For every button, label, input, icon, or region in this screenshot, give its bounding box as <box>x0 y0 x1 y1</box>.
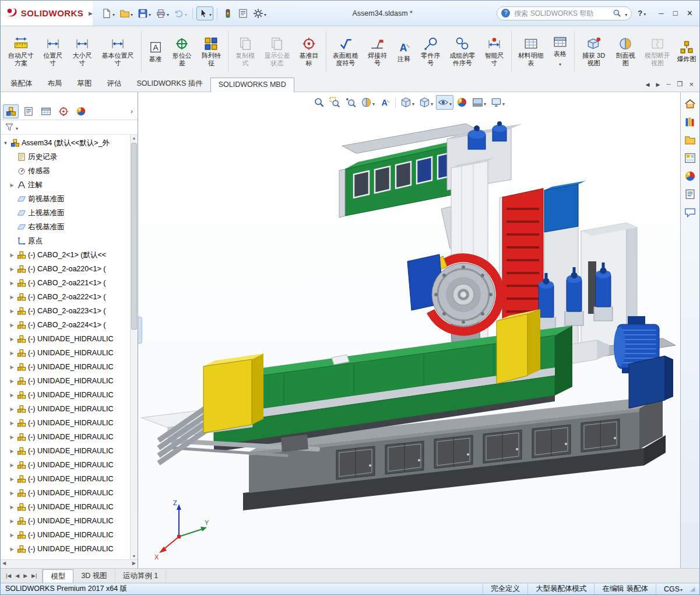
tab-layout[interactable]: 布局 <box>40 76 70 92</box>
ribbon-button-geometric-tolerance[interactable]: 形位公差 <box>168 28 196 75</box>
appearances-scenes-button[interactable] <box>684 170 696 182</box>
tab-dimxpert-manager[interactable] <box>55 104 71 118</box>
expand-arrow-icon[interactable] <box>9 365 15 370</box>
expand-arrow-icon[interactable] <box>9 547 15 552</box>
tab-model[interactable]: 模型 <box>43 569 73 583</box>
tree-vertical-scrollbar[interactable] <box>130 135 138 559</box>
tab-evaluate[interactable]: 评估 <box>100 76 129 92</box>
resize-grip-icon[interactable] <box>690 585 699 593</box>
graphics-area[interactable]: Z Y X <box>138 92 680 568</box>
ribbon-button-size-dimension[interactable]: 大小尺寸 <box>68 28 96 75</box>
ribbon-button-pattern-feature[interactable]: 阵列特征 <box>197 28 226 75</box>
tree-item-component[interactable]: (-) UNIDADE_HIDRAULIC <box>1 360 138 374</box>
close-button[interactable] <box>687 8 692 19</box>
new-document-button[interactable] <box>100 6 117 20</box>
select-button[interactable] <box>196 6 213 20</box>
edit-appearance-button[interactable] <box>455 95 469 110</box>
tree-item-component[interactable]: (-) UNIDADE_HIDRAULIC <box>1 346 138 360</box>
expand-arrow-icon[interactable] <box>9 295 15 300</box>
tree-item-component[interactable]: (-) CABO_2<1> (默认<< <box>1 248 138 262</box>
search-input[interactable] <box>513 9 610 18</box>
tab-solidworks-mbd[interactable]: SOLIDWORKS MBD <box>210 78 294 92</box>
tree-item-annotations[interactable]: 注解 <box>1 178 138 192</box>
previous-view-button[interactable] <box>343 95 358 110</box>
ribbon-button-datum-target[interactable]: 基准目标 <box>294 28 323 75</box>
tab-scroll-left-icon[interactable] <box>646 81 650 88</box>
file-explorer-button[interactable] <box>684 134 696 146</box>
zoom-fit-button[interactable] <box>312 95 326 110</box>
display-style-button[interactable] <box>417 95 435 110</box>
tree-item-component[interactable]: (-) UNIDADE_HIDRAULIC <box>1 402 138 416</box>
filter-funnel-icon[interactable] <box>5 123 14 132</box>
save-button[interactable] <box>136 6 153 20</box>
expand-arrow-icon[interactable] <box>9 477 15 482</box>
expand-arrow-icon[interactable] <box>9 267 15 272</box>
tree-root-item[interactable]: Assem34 (默认<<默认>_外 <box>1 136 138 150</box>
unit-system-selector[interactable]: CGS <box>656 583 690 594</box>
expand-arrow-icon[interactable] <box>9 351 15 356</box>
doc-minimize-icon[interactable] <box>666 81 670 88</box>
tree-item-right-plane[interactable]: 右视基准面 <box>1 220 138 234</box>
tree-item-component[interactable]: (-) CABO_2-oa220<1> ( <box>1 262 138 276</box>
expand-arrow-icon[interactable] <box>9 337 15 342</box>
tree-item-component[interactable]: (-) CABO_2-oa222<1> ( <box>1 290 138 304</box>
tree-item-component[interactable]: (-) UNIDADE_HIDRAULIC <box>1 388 138 402</box>
maximize-button[interactable] <box>673 9 678 18</box>
rebuild-button[interactable] <box>221 6 235 20</box>
ribbon-button-capture-3d-view[interactable]: 捕获 3D 视图 <box>577 28 611 75</box>
tree-item-component[interactable]: (-) UNIDADE_HIDRAULIC <box>1 374 138 388</box>
expand-arrow-icon[interactable] <box>9 505 15 510</box>
tree-item-front-plane[interactable]: 前视基准面 <box>1 192 138 206</box>
ribbon-button-model-break-view[interactable]: 模型断开视图 <box>641 28 674 75</box>
search-icon[interactable] <box>613 9 621 18</box>
scroll-down-icon[interactable] <box>131 554 138 558</box>
collapse-arrow-icon[interactable] <box>2 141 9 146</box>
tab-assembly[interactable]: 装配体 <box>3 76 40 92</box>
expand-arrow-icon[interactable] <box>9 183 15 188</box>
view-orientation-button[interactable] <box>399 95 416 110</box>
tab-solidworks-addins[interactable]: SOLIDWORKS 插件 <box>129 76 210 92</box>
scroll-left-icon[interactable] <box>2 561 6 566</box>
doc-close-icon[interactable] <box>689 80 694 89</box>
viewport-3d-model[interactable]: Z Y X <box>138 92 680 568</box>
expand-arrow-icon[interactable] <box>9 253 15 258</box>
tree-horizontal-scrollbar[interactable] <box>1 559 138 568</box>
forum-button[interactable] <box>684 206 696 218</box>
expand-arrow-icon[interactable] <box>9 407 15 412</box>
ribbon-button-copy-scheme[interactable]: 复制模式 <box>231 28 259 75</box>
expand-arrow-icon[interactable] <box>9 323 15 328</box>
tree-item-component[interactable]: (-) UNIDADE_HIDRAULIC <box>1 332 138 346</box>
tree-item-component[interactable]: (-) UNIDADE_HIDRAULIC <box>1 514 138 528</box>
options-button[interactable] <box>251 6 268 20</box>
ribbon-button-section-view[interactable]: 剖面视图 <box>611 28 640 75</box>
scroll-up-icon[interactable] <box>131 136 138 140</box>
tree-item-component[interactable]: (-) UNIDADE_HIDRAULIC <box>1 486 138 500</box>
minimize-button[interactable] <box>659 9 664 18</box>
tree-item-component[interactable]: (-) UNIDADE_HIDRAULIC <box>1 528 138 542</box>
expand-arrow-icon[interactable] <box>9 379 15 384</box>
expand-arrow-icon[interactable] <box>9 421 15 426</box>
tab-feature-manager[interactable] <box>3 104 19 118</box>
ribbon-button-basic-location-dimension[interactable]: 基本位置尺寸 <box>97 28 139 75</box>
tree-item-component[interactable]: (-) UNIDADE_HIDRAULIC <box>1 444 138 458</box>
tree-item-component[interactable]: (-) UNIDADE_HIDRAULIC <box>1 542 138 556</box>
ribbon-button-auto-balloon[interactable]: 成组的零件序号 <box>445 28 479 75</box>
undo-button[interactable] <box>172 6 189 20</box>
tree-item-component[interactable]: (-) UNIDADE_HIDRAULIC <box>1 458 138 472</box>
design-library-button[interactable] <box>684 116 696 128</box>
ribbon-button-show-tolerance-status[interactable]: 显示公差状态 <box>260 28 294 75</box>
tree-item-component[interactable]: (-) UNIDADE_HIDRAULIC <box>1 472 138 486</box>
file-properties-button[interactable] <box>236 6 250 20</box>
tree-item-component[interactable]: (-) CABO_2-oa224<1> ( <box>1 318 138 332</box>
tree-item-sensors[interactable]: 传感器 <box>1 164 138 178</box>
ribbon-button-bill-of-materials[interactable]: 材料明细表 <box>514 28 548 75</box>
ribbon-button-auto-dimension-scheme[interactable]: 自动尺寸方案 <box>4 28 38 75</box>
tree-item-history[interactable]: 历史记录 <box>1 150 138 164</box>
ribbon-button-note[interactable]: 注释 <box>392 28 416 75</box>
tree-item-origin[interactable]: 原点 <box>1 234 138 248</box>
scrollbar-thumb[interactable] <box>131 143 137 330</box>
panel-splitter-handle[interactable] <box>138 317 142 344</box>
ribbon-button-exploded-view[interactable]: 爆炸图 <box>675 28 698 75</box>
ribbon-button-datum[interactable]: 基准 <box>144 28 167 75</box>
apply-scene-button[interactable] <box>470 95 488 110</box>
